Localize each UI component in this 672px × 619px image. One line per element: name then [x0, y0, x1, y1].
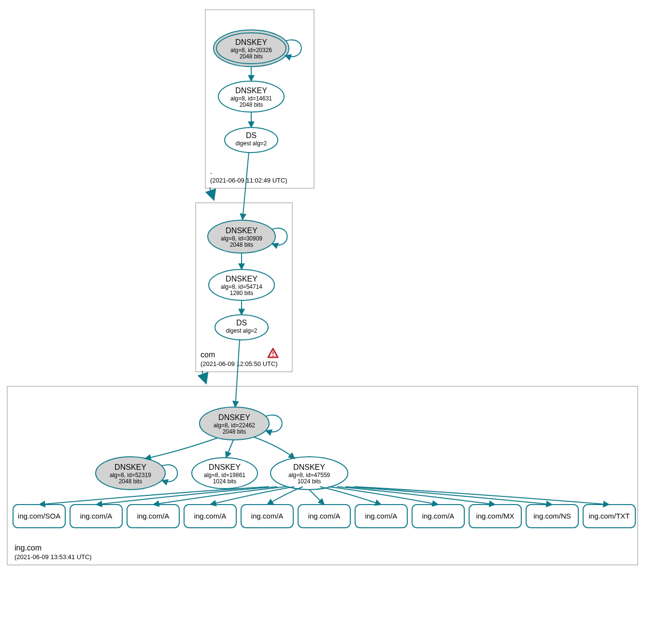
- svg-text:alg=8, id=30909: alg=8, id=30909: [221, 235, 262, 242]
- edge-root-ds-to-com-ksk: [243, 153, 249, 220]
- node-root-ksk: DNSKEY alg=8, id=20326 2048 bits: [214, 30, 301, 67]
- svg-text:alg=8, id=54714: alg=8, id=54714: [221, 283, 262, 290]
- node-com-ds: DS digest alg=2: [215, 315, 268, 340]
- edge-ing-ksk-sk2: [145, 438, 217, 459]
- svg-text:2048 bits: 2048 bits: [230, 241, 254, 248]
- edge-zsk-to-rrset: [39, 487, 269, 505]
- node-ing-zsk: DNSKEY alg=8, id=47559 1024 bits: [271, 457, 348, 490]
- svg-text:DNSKEY: DNSKEY: [293, 463, 325, 471]
- svg-text:digest alg=2: digest alg=2: [235, 140, 267, 147]
- warning-icon: [268, 349, 278, 357]
- svg-text:DNSKEY: DNSKEY: [226, 275, 257, 283]
- edge-zsk-to-rrset: [345, 487, 552, 505]
- svg-text:2048 bits: 2048 bits: [223, 428, 246, 435]
- edge-zsk-to-rrset: [309, 490, 324, 505]
- zone-ing: ing.com (2021-06-09 13:53:41 UTC) DNSKEY…: [7, 386, 638, 565]
- svg-rect-13: [272, 355, 273, 356]
- node-com-ksk: DNSKEY alg=8, id=30909 2048 bits: [208, 220, 287, 253]
- rrset-label: ing.com/A: [194, 512, 227, 520]
- rrset-label: ing.com/NS: [533, 512, 571, 520]
- rrset-label: ing.com/A: [308, 512, 341, 520]
- svg-text:alg=8, id=47559: alg=8, id=47559: [288, 472, 330, 478]
- svg-text:alg=8, id=20326: alg=8, id=20326: [230, 47, 272, 54]
- node-ing-sk3: DNSKEY alg=8, id=19861 1024 bits: [192, 458, 257, 489]
- rrset-label: ing.com/A: [80, 512, 113, 520]
- svg-text:alg=8, id=14631: alg=8, id=14631: [230, 95, 272, 102]
- zone-com-ts: (2021-06-09 12:05:50 UTC): [200, 360, 278, 367]
- edge-com-to-ing-zone: [202, 371, 206, 382]
- svg-text:2048 bits: 2048 bits: [240, 53, 263, 60]
- zone-root: . (2021-06-09 11:02:49 UTC) DNSKEY alg=8…: [205, 10, 314, 188]
- rrset-label: ing.com/TXT: [588, 512, 629, 520]
- rrset-label: ing.com/A: [422, 512, 455, 520]
- edge-zsk-to-rrset: [267, 487, 303, 505]
- svg-text:alg=8, id=19861: alg=8, id=19861: [204, 472, 245, 478]
- edge-com-ds-to-ing-ksk: [235, 340, 240, 407]
- node-ing-ksk: DNSKEY alg=8, id=22462 2048 bits: [200, 407, 282, 440]
- zone-ing-label: ing.com: [14, 544, 42, 552]
- svg-text:DS: DS: [236, 319, 247, 327]
- zone-ing-ts: (2021-06-09 13:53:41 UTC): [14, 553, 92, 561]
- node-root-ds: DS digest alg=2: [225, 127, 278, 153]
- node-root-zsk: DNSKEY alg=8, id=14631 2048 bits: [218, 81, 284, 112]
- svg-text:alg=8, id=52319: alg=8, id=52319: [110, 472, 151, 478]
- edge-ing-ksk-sk3: [226, 440, 233, 458]
- svg-text:DNSKEY: DNSKEY: [114, 463, 146, 471]
- svg-text:1280 bits: 1280 bits: [230, 290, 254, 296]
- svg-text:2048 bits: 2048 bits: [119, 478, 143, 485]
- svg-text:DNSKEY: DNSKEY: [235, 86, 267, 95]
- edge-zsk-to-rrset: [354, 487, 609, 505]
- rrset-label: ing.com/A: [251, 512, 284, 520]
- svg-text:DS: DS: [246, 131, 257, 140]
- rrset-label: ing.com/A: [137, 512, 170, 520]
- svg-text:1024 bits: 1024 bits: [298, 478, 321, 485]
- rrset-label: ing.com/MX: [476, 512, 514, 520]
- rrset-label: ing.com/SOA: [18, 512, 60, 520]
- node-com-zsk: DNSKEY alg=8, id=54714 1280 bits: [209, 269, 274, 300]
- zone-com-label: com: [200, 351, 215, 359]
- svg-text:2048 bits: 2048 bits: [240, 101, 263, 108]
- svg-text:digest alg=2: digest alg=2: [226, 327, 257, 334]
- edge-root-to-com-zone: [210, 187, 214, 199]
- rrset-row: ing.com/SOAing.com/Aing.com/Aing.com/Ain…: [13, 505, 635, 528]
- zone-com: com (2021-06-09 12:05:50 UTC) DNSKEY alg…: [196, 203, 292, 372]
- svg-text:DNSKEY: DNSKEY: [209, 463, 241, 471]
- edge-ing-ksk-zsk: [254, 437, 295, 459]
- rrset-label: ing.com/A: [365, 512, 398, 520]
- svg-text:DNSKEY: DNSKEY: [235, 38, 267, 46]
- zone-root-label: .: [210, 167, 212, 175]
- svg-text:DNSKEY: DNSKEY: [218, 413, 250, 422]
- svg-rect-12: [272, 352, 273, 354]
- zone-root-ts: (2021-06-09 11:02:49 UTC): [210, 177, 287, 184]
- node-ing-sk2: DNSKEY alg=8, id=52319 2048 bits: [96, 457, 177, 490]
- svg-text:alg=8, id=22462: alg=8, id=22462: [214, 422, 255, 429]
- svg-text:DNSKEY: DNSKEY: [226, 226, 257, 235]
- edge-zsk-to-rrset: [337, 487, 495, 505]
- svg-text:1024 bits: 1024 bits: [213, 478, 237, 485]
